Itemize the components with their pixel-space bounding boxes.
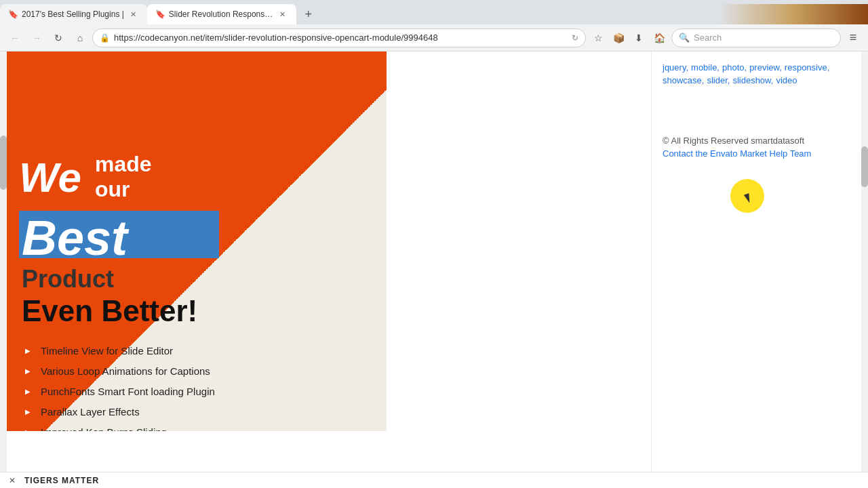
- main-content: We made our Best Product Even Better! ▶T…: [7, 52, 651, 472]
- promo-evenbetter-text: Even Better!: [22, 294, 197, 328]
- promo-product-text: Product: [22, 265, 114, 293]
- tag-link[interactable]: slider,: [707, 75, 730, 85]
- refresh-small-icon: ↻: [572, 33, 578, 43]
- feature-text: PunchFonts Smart Font loading Plugin: [41, 386, 215, 397]
- feature-text: Improved Ken Burns Sliding: [41, 426, 167, 432]
- cursor-arrow: [744, 193, 752, 204]
- left-scrollbar-thumb: [0, 136, 7, 190]
- search-icon: 🔍: [679, 33, 690, 43]
- back-button[interactable]: ←: [5, 28, 24, 47]
- feature-play-icon: ▶: [20, 404, 35, 419]
- toolbar-icons: ☆ 📦 ⬇ 🏠: [589, 28, 669, 47]
- right-panel: jquery, mobile, photo, preview, responsi…: [651, 52, 868, 472]
- bottom-close-button[interactable]: ✕: [7, 475, 18, 486]
- promo-we-text: We: [19, 153, 81, 201]
- tab-favicon-1: 🔖: [8, 9, 18, 19]
- tag-link[interactable]: video: [776, 75, 797, 85]
- right-scrollbar[interactable]: [861, 52, 868, 472]
- promo-made-text: made our: [95, 152, 152, 202]
- pocket-icon[interactable]: 📦: [609, 28, 628, 47]
- bottom-bar-text: Tigers Matter: [24, 476, 99, 485]
- home-button[interactable]: ⌂: [71, 28, 90, 47]
- bookmarks-icon[interactable]: ☆: [589, 28, 608, 47]
- promo-feature-item: ▶Various Loop Animations for Captions: [20, 363, 215, 378]
- tag-link[interactable]: responsive,: [785, 62, 829, 73]
- promo-features-list: ▶Timeline View for Slide Editor▶Various …: [20, 343, 215, 431]
- feature-play-icon: ▶: [20, 424, 35, 431]
- spacer: [663, 99, 857, 119]
- feature-text: Various Loop Animations for Captions: [41, 365, 210, 377]
- search-bar[interactable]: 🔍 Search: [671, 28, 841, 47]
- feature-play-icon: ▶: [20, 343, 35, 358]
- scrollbar-thumb: [861, 146, 868, 187]
- copyright-section: © All Rights Reserved smartdatasoft Cont…: [663, 136, 857, 159]
- tag-link[interactable]: photo,: [722, 62, 747, 73]
- tag-link[interactable]: preview,: [749, 62, 782, 73]
- left-scrollbar[interactable]: [0, 52, 7, 472]
- search-placeholder: Search: [694, 33, 722, 43]
- promo-feature-item: ▶Parallax Layer Effects: [20, 404, 215, 419]
- tab-bar: 🔖 2017's Best Selling Plugins | ✕ 🔖 Slid…: [0, 0, 868, 24]
- menu-icon[interactable]: ≡: [844, 28, 863, 47]
- copyright-text: © All Rights Reserved smartdatasoft: [663, 136, 804, 146]
- tab-1[interactable]: 🔖 2017's Best Selling Plugins | ✕: [0, 4, 147, 24]
- tag-link[interactable]: mobile,: [691, 62, 719, 73]
- promo-feature-item: ▶Timeline View for Slide Editor: [20, 343, 215, 358]
- new-tab-button[interactable]: +: [299, 5, 318, 24]
- tag-link[interactable]: showcase,: [663, 75, 704, 85]
- tab-favicon-2: 🔖: [155, 9, 165, 19]
- browser-chrome: 🔖 2017's Best Selling Plugins | ✕ 🔖 Slid…: [0, 0, 868, 52]
- promo-feature-item: ▶Improved Ken Burns Sliding: [20, 424, 215, 431]
- address-bar[interactable]: 🔒 https://codecanyon.net/item/slider-rev…: [92, 28, 586, 47]
- tab-2[interactable]: 🔖 Slider Revolution Responsiv... ✕: [147, 4, 296, 24]
- sync-icon[interactable]: 🏠: [650, 28, 669, 47]
- promo-feature-item: ▶PunchFonts Smart Font loading Plugin: [20, 384, 215, 399]
- tab-label-1: 2017's Best Selling Plugins |: [22, 9, 124, 19]
- feature-text: Timeline View for Slide Editor: [41, 345, 173, 357]
- download-icon[interactable]: ⬇: [629, 28, 648, 47]
- tag-link[interactable]: jquery,: [663, 62, 688, 73]
- feature-play-icon: ▶: [20, 363, 35, 378]
- page-content: We made our Best Product Even Better! ▶T…: [0, 52, 868, 472]
- tab-close-1[interactable]: ✕: [128, 9, 139, 20]
- cursor-area: [663, 179, 857, 233]
- promo-best-text: Best: [22, 210, 127, 266]
- bottom-bar: ✕ Tigers Matter: [0, 472, 868, 488]
- refresh-button[interactable]: ↻: [49, 28, 68, 47]
- feature-text: Parallax Layer Effects: [41, 406, 140, 418]
- lock-icon: 🔒: [100, 33, 110, 43]
- tags-grid: jquery, mobile, photo, preview, responsi…: [663, 62, 857, 85]
- help-team-link[interactable]: Contact the Envato Market Help Team: [663, 148, 857, 159]
- feature-play-icon: ▶: [20, 384, 35, 399]
- nav-bar: ← → ↻ ⌂ 🔒 https://codecanyon.net/item/sl…: [0, 24, 868, 52]
- promo-banner: We made our Best Product Even Better! ▶T…: [7, 52, 387, 431]
- tag-link[interactable]: slideshow,: [732, 75, 773, 85]
- tags-section: jquery, mobile, photo, preview, responsi…: [663, 62, 857, 85]
- address-text: https://codecanyon.net/item/slider-revol…: [114, 33, 568, 43]
- tab-label-2: Slider Revolution Responsiv...: [169, 9, 273, 19]
- forward-button[interactable]: →: [27, 28, 46, 47]
- tiger-corner-image: [719, 4, 868, 24]
- tab-close-2[interactable]: ✕: [277, 9, 288, 20]
